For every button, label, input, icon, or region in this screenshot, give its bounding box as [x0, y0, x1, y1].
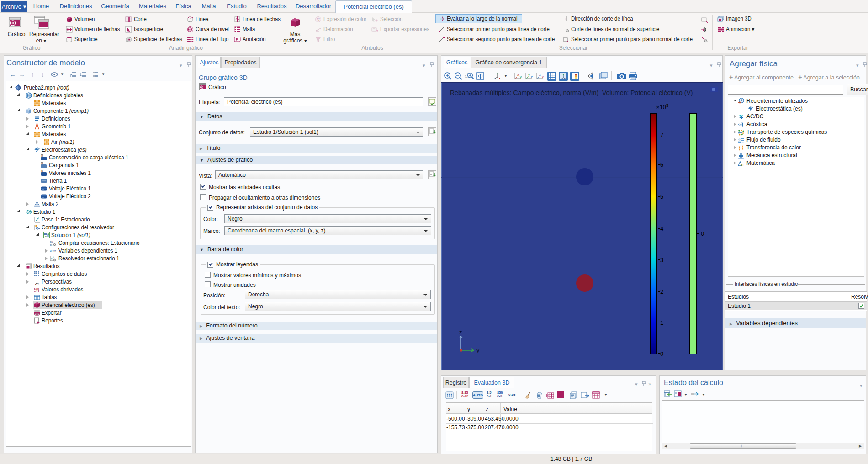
svg-text:u: u — [741, 163, 743, 167]
svg-text:x: x — [517, 73, 519, 77]
svg-text:y: y — [476, 347, 480, 353]
svg-text:z: z — [531, 75, 533, 79]
svg-text:y: y — [520, 75, 522, 79]
svg-text:8.85: 8.85 — [34, 287, 39, 290]
svg-text:x: x — [542, 75, 544, 79]
svg-text:z: z — [459, 330, 462, 336]
svg-text:z: z — [539, 73, 541, 77]
svg-text:e-12: e-12 — [34, 290, 40, 293]
svg-text:au: au — [50, 240, 53, 243]
svg-text:y: y — [528, 73, 530, 77]
svg-text:at: at — [50, 243, 52, 246]
svg-text:u,v,w: u,v,w — [50, 249, 56, 252]
